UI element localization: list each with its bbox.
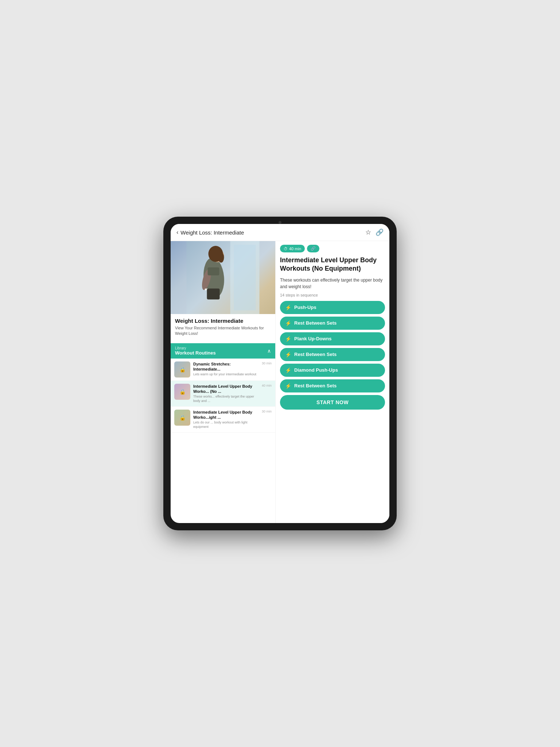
workout-hero-image	[171, 241, 275, 314]
time-tag: ⏱ 40 min	[280, 245, 305, 252]
workout-duration: 30 min	[262, 410, 272, 413]
exercise-button-diamond[interactable]: ⚡ Diamond Push-Ups	[280, 364, 385, 377]
svg-point-6	[218, 252, 224, 263]
library-header[interactable]: Library Workout Routines ∧	[171, 343, 275, 359]
workout-list-desc: Lets warm up for your intermediate worko…	[193, 372, 257, 377]
link-tag-icon: 🔗	[311, 246, 316, 251]
workout-thumbnail: 🔒	[174, 384, 190, 400]
workout-duration: 30 min	[262, 361, 272, 365]
list-item[interactable]: 🔒 Intermediate Level Upper Body Worko...…	[171, 381, 275, 407]
workout-info-left: Weight Loss: Intermediate View Your Reco…	[171, 314, 275, 340]
clock-icon: ⏱	[284, 247, 288, 251]
exercise-button-rest-3[interactable]: ⚡ Rest Between Sets	[280, 379, 385, 392]
link-tag[interactable]: 🔗	[307, 245, 319, 252]
tags-row: ⏱ 40 min 🔗	[280, 245, 385, 252]
exercise-icon: ⚡	[285, 305, 291, 310]
header-left: ‹ Weight Loss: Intermediate	[176, 229, 244, 236]
workout-list-info: Intermediate Level Upper Body Worko... (…	[193, 384, 257, 403]
workout-thumbnail: 🔒	[174, 410, 190, 426]
exercise-label: Rest Between Sets	[294, 352, 337, 357]
workout-list-desc: These works... effectively target the up…	[193, 395, 257, 403]
exercise-button-plank[interactable]: ⚡ Plank Up-Downs	[280, 332, 385, 345]
header-actions: ☆ 🔗	[365, 228, 384, 236]
workout-description: These workouts can effectively target th…	[280, 277, 385, 290]
chevron-up-icon: ∧	[267, 348, 271, 354]
svg-rect-10	[207, 289, 220, 299]
tablet-frame: ‹ Weight Loss: Intermediate ☆ 🔗	[163, 217, 397, 530]
right-panel: ⏱ 40 min 🔗 Intermediate Level Upper Body…	[276, 241, 389, 523]
workout-duration: 40 min	[262, 384, 272, 387]
content-area: Weight Loss: Intermediate View Your Reco…	[171, 241, 389, 523]
svg-rect-9	[208, 267, 219, 275]
exercise-button-rest-2[interactable]: ⚡ Rest Between Sets	[280, 348, 385, 361]
workout-list-desc: Lets do our ... body workout with light …	[193, 421, 257, 429]
svg-rect-2	[234, 245, 256, 310]
workout-subtitle-left: View Your Recommend Intermediate Workout…	[175, 325, 271, 337]
exercise-button-push-ups[interactable]: ⚡ Push-Ups	[280, 301, 385, 314]
library-header-text: Library Workout Routines	[175, 346, 216, 356]
library-label: Library	[175, 346, 216, 350]
exercise-icon: ⚡	[285, 383, 291, 389]
header: ‹ Weight Loss: Intermediate ☆ 🔗	[171, 224, 389, 241]
header-title: Weight Loss: Intermediate	[180, 229, 244, 236]
workout-list-name: Intermediate Level Upper Body Worko...ig…	[193, 410, 257, 420]
exercise-icon: ⚡	[285, 336, 291, 342]
workout-thumbnail: 🔒	[174, 361, 190, 378]
tablet-camera	[279, 221, 281, 224]
exercise-label: Rest Between Sets	[294, 320, 337, 326]
workout-list-name: Intermediate Level Upper Body Worko... (…	[193, 384, 257, 394]
workout-list-info: Dynamic Stretches: Intermediate... Lets …	[193, 361, 257, 377]
exercise-label: Push-Ups	[294, 305, 316, 310]
tablet-screen: ‹ Weight Loss: Intermediate ☆ 🔗	[171, 224, 389, 523]
steps-label: 14 steps in sequence	[280, 293, 385, 297]
start-now-button[interactable]: START NOW	[280, 395, 385, 410]
lock-icon: 🔒	[179, 415, 186, 421]
exercise-button-rest-1[interactable]: ⚡ Rest Between Sets	[280, 317, 385, 330]
exercise-label: Plank Up-Downs	[294, 336, 332, 341]
list-item[interactable]: 🔒 Intermediate Level Upper Body Worko...…	[171, 407, 275, 433]
library-title: Workout Routines	[175, 350, 216, 356]
lock-icon: 🔒	[179, 367, 186, 372]
favorite-icon[interactable]: ☆	[365, 228, 371, 236]
exercise-icon: ⚡	[285, 320, 291, 326]
list-item[interactable]: 🔒 Dynamic Stretches: Intermediate... Let…	[171, 359, 275, 381]
exercise-icon: ⚡	[285, 352, 291, 357]
library-section: Library Workout Routines ∧ 🔒 Dyna	[171, 343, 275, 433]
workout-list: 🔒 Dynamic Stretches: Intermediate... Let…	[171, 359, 275, 433]
start-now-label: START NOW	[316, 399, 349, 405]
exercise-icon: ⚡	[285, 367, 291, 373]
left-panel: Weight Loss: Intermediate View Your Reco…	[171, 241, 276, 523]
time-tag-label: 40 min	[289, 247, 301, 251]
exercise-label: Diamond Push-Ups	[294, 367, 338, 373]
workout-main-title: Intermediate Level Upper Body Workouts (…	[280, 256, 385, 273]
lock-icon: 🔒	[179, 389, 186, 395]
workout-list-info: Intermediate Level Upper Body Worko...ig…	[193, 410, 257, 429]
share-link-icon[interactable]: 🔗	[376, 228, 384, 236]
workout-list-name: Dynamic Stretches: Intermediate...	[193, 361, 257, 372]
workout-title-left: Weight Loss: Intermediate	[175, 318, 271, 324]
back-arrow-icon[interactable]: ‹	[176, 229, 178, 236]
exercise-label: Rest Between Sets	[294, 383, 337, 388]
